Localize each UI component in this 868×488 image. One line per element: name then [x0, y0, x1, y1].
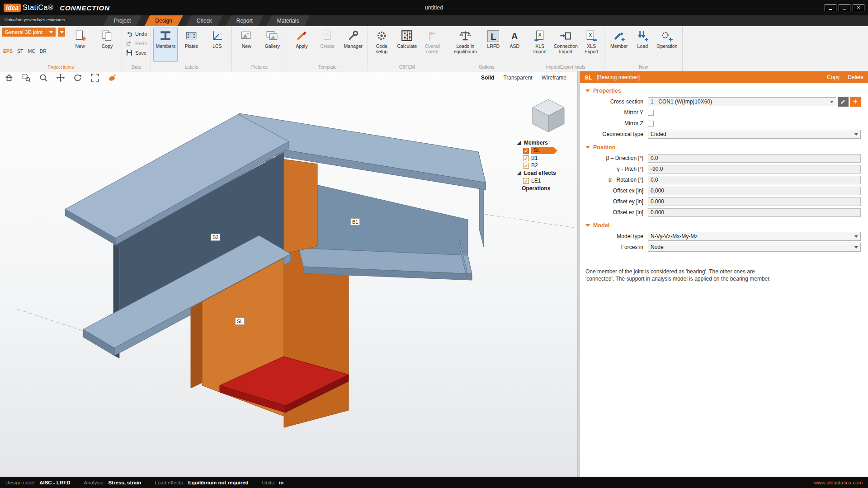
mode-mc[interactable]: MC	[28, 48, 35, 54]
copy-project-item-button[interactable]: Copy	[95, 28, 119, 62]
template-create-button[interactable]: Create	[315, 28, 340, 62]
model-type-select[interactable]: N-Vy-Vz-Mx-My-Mz	[648, 232, 861, 241]
new-project-item-button[interactable]: New	[68, 28, 92, 62]
chevron-down-icon	[854, 246, 858, 249]
new-member-button[interactable]: Member	[607, 28, 631, 62]
checkbox-checked-icon[interactable]: ✓	[523, 178, 529, 184]
apply-wand-icon	[295, 29, 308, 42]
tree-load-effects-header[interactable]: Load effects	[517, 170, 570, 176]
tab-materials[interactable]: Materials	[266, 15, 310, 26]
maximize-button[interactable]	[839, 4, 850, 11]
loads-in-equilibrium-button[interactable]: Loads in equilibrium	[448, 28, 482, 62]
add-cross-section-button[interactable]: +	[850, 97, 861, 107]
viewport-3d: Solid Transparent Wireframe	[0, 71, 577, 477]
tree-item-le1[interactable]: ✓ LE1	[523, 178, 570, 184]
edit-cross-section-button[interactable]	[838, 97, 849, 107]
tab-design[interactable]: Design	[144, 15, 183, 26]
minimize-button[interactable]	[825, 4, 836, 11]
mirror-z-checkbox[interactable]	[648, 121, 654, 127]
alpha-rotation-field[interactable]: 0.0	[648, 176, 861, 184]
paint-style-icon[interactable]	[108, 73, 117, 82]
wrench-icon	[347, 29, 359, 42]
picture-gallery-button[interactable]: Gallery	[260, 28, 284, 62]
abacus-icon	[401, 29, 413, 42]
close-button[interactable]: ×	[853, 4, 864, 11]
tab-project[interactable]: Project	[103, 15, 142, 26]
xls-import-button[interactable]: X XLS Import	[529, 28, 550, 62]
rotate-view-icon[interactable]	[73, 73, 82, 82]
new-operation-button[interactable]: Operation	[654, 28, 680, 62]
navigation-cube[interactable]	[533, 99, 564, 132]
connection-import-button[interactable]: Connection Import	[552, 28, 580, 62]
panel-delete-button[interactable]: Delete	[848, 74, 863, 80]
collapse-triangle-icon	[585, 224, 590, 227]
view-mode-solid[interactable]: Solid	[481, 75, 494, 81]
section-model-header[interactable]: Model	[580, 218, 868, 231]
chevron-down-icon	[60, 31, 64, 33]
offset-ez-label: Offset ez [in]	[580, 209, 648, 216]
checkbox-checked-icon[interactable]: ✓	[523, 148, 529, 154]
template-manager-button[interactable]: Manager	[341, 28, 365, 62]
asd-button[interactable]: A ASD	[505, 28, 524, 62]
checkbox-checked-icon[interactable]: ✓	[523, 155, 529, 161]
pan-icon[interactable]	[56, 73, 65, 82]
units-label: Units:	[262, 480, 275, 485]
joint-type-more-button[interactable]	[58, 28, 65, 37]
website-link[interactable]: www.ideastatica.com	[814, 480, 863, 485]
offset-ex-field[interactable]: 0.000	[648, 187, 861, 195]
view-mode-transparent[interactable]: Transparent	[503, 75, 532, 81]
save-button[interactable]: Save	[124, 48, 148, 57]
tab-report[interactable]: Report	[226, 15, 264, 26]
checkbox-checked-icon[interactable]: ✓	[523, 163, 529, 169]
cross-section-select[interactable]: 1 - CON1 (W(Imp)10X60)	[648, 97, 836, 106]
zoom-icon[interactable]	[39, 73, 48, 82]
redo-button[interactable]: Redo	[124, 39, 148, 47]
member-label-b2[interactable]: B2	[211, 234, 220, 241]
zoom-fit-icon[interactable]	[90, 73, 99, 82]
undo-button[interactable]: Undo	[124, 29, 148, 38]
zoom-window-icon[interactable]	[22, 73, 31, 82]
mode-eps[interactable]: EPS	[3, 48, 13, 54]
forces-in-select[interactable]: Node	[648, 243, 861, 252]
tree-members-header[interactable]: Members	[517, 140, 570, 146]
new-load-button[interactable]: Load	[632, 28, 652, 62]
code-setup-button[interactable]: Code setup	[370, 28, 393, 62]
mode-dr[interactable]: DR	[40, 48, 47, 54]
beta-direction-field[interactable]: 0.0	[648, 154, 861, 163]
labels-members-button[interactable]: Members	[153, 28, 178, 62]
home-view-icon[interactable]	[5, 73, 14, 82]
section-position-header[interactable]: Position	[580, 140, 868, 153]
gallery-icon	[266, 29, 278, 42]
overall-check-button[interactable]: Overall check	[421, 28, 443, 62]
axes-icon	[211, 29, 223, 42]
tree-item-b1[interactable]: ✓ B1	[523, 155, 570, 161]
picture-new-button[interactable]: New	[234, 28, 259, 62]
xls-export-button[interactable]: X XLS Export	[581, 28, 602, 62]
mode-st[interactable]: ST	[17, 48, 23, 54]
mirror-y-checkbox[interactable]	[648, 110, 654, 116]
lrfd-button[interactable]: L LRFD	[483, 28, 503, 62]
geometrical-type-select[interactable]: Ended	[648, 130, 861, 139]
3d-scene[interactable]	[0, 84, 577, 477]
connection-import-icon	[559, 29, 572, 42]
ribbon-group-project-items: General 3D joint EPS ST MC DR New	[0, 26, 122, 71]
view-mode-wireframe[interactable]: Wireframe	[542, 75, 566, 81]
section-properties-header[interactable]: Properties	[580, 83, 868, 96]
tab-check[interactable]: Check	[186, 15, 223, 26]
tree-operations-header[interactable]: Operations	[522, 185, 570, 192]
labels-plates-button[interactable]: Plates	[179, 28, 203, 62]
panel-copy-button[interactable]: Copy	[827, 74, 840, 80]
offset-ey-field[interactable]: 0.000	[648, 197, 861, 206]
gamma-pitch-field[interactable]: -90.0	[648, 165, 861, 174]
calculate-button[interactable]: Calculate	[394, 28, 420, 62]
labels-lcs-button[interactable]: LCS	[205, 28, 229, 62]
tagline: Calculate yesterday's estimates	[5, 17, 65, 22]
3d-canvas[interactable]: B1 B2 SL Members ✓ SL ✓ B1 ✓	[0, 84, 577, 477]
offset-ez-field[interactable]: 0.000	[648, 208, 861, 217]
template-apply-button[interactable]: Apply	[289, 28, 314, 62]
tree-item-b2[interactable]: ✓ B2	[523, 162, 570, 169]
member-label-sl[interactable]: SL	[235, 318, 245, 325]
tree-item-sl[interactable]: ✓ SL	[523, 147, 570, 154]
member-label-b1[interactable]: B1	[350, 218, 360, 225]
joint-type-select[interactable]: General 3D joint	[2, 28, 56, 37]
